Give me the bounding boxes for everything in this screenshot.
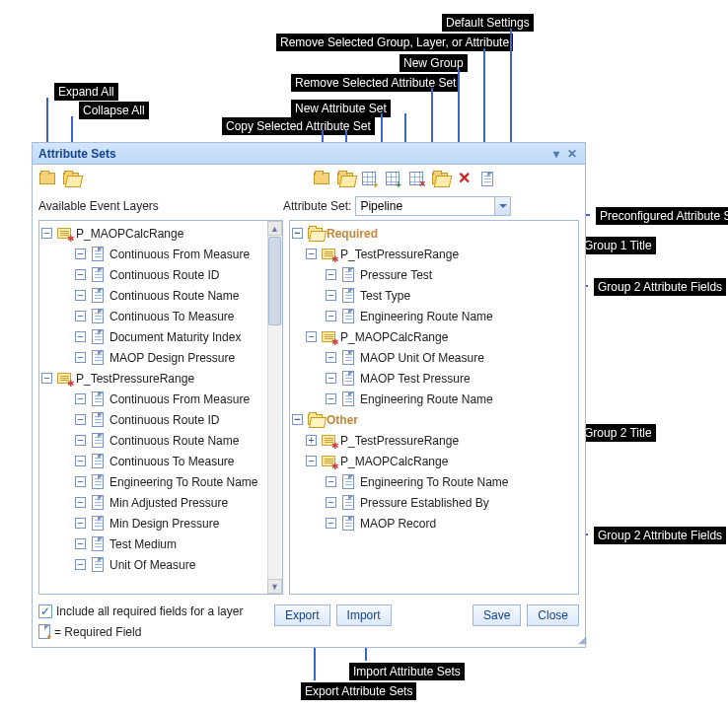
collapse-all-button[interactable] xyxy=(60,169,82,188)
scroll-down[interactable]: ▼ xyxy=(267,579,282,594)
layer-node[interactable]: −P_MAOPCalcRange xyxy=(292,451,576,471)
remove-gla-button[interactable]: ✕ xyxy=(453,169,474,188)
attribute-node[interactable]: −Continuous Route ID xyxy=(41,409,280,430)
attribute-node[interactable]: −Engineering To Route Name xyxy=(292,471,576,492)
resize-handle[interactable]: ◢ xyxy=(578,633,584,646)
attribute-node[interactable]: −Pressure Established By xyxy=(292,492,576,513)
remove-attribute-set-button[interactable] xyxy=(405,169,427,188)
toggle-icon[interactable]: − xyxy=(326,373,336,384)
attribute-node[interactable]: −Min Design Pressure xyxy=(41,513,280,533)
attribute-node[interactable]: −MAOP Test Pressure xyxy=(292,368,576,389)
collapse-right-button[interactable] xyxy=(334,169,356,188)
attribute-node[interactable]: −Continuous From Measure xyxy=(41,389,280,409)
toggle-icon[interactable]: − xyxy=(326,311,336,321)
callout-copy-selected: Copy Selected Attribute Set xyxy=(222,117,375,135)
expand-all-button[interactable] xyxy=(36,169,58,188)
toggle-icon[interactable]: − xyxy=(75,456,86,466)
group-node[interactable]: −Other xyxy=(292,409,576,430)
layer-node[interactable]: −P_MAOPCalcRange xyxy=(292,326,576,347)
attribute-node[interactable]: −Engineering Route Name xyxy=(292,389,576,409)
dropdown-icon[interactable]: ▾ xyxy=(549,147,563,161)
node-label: Continuous Route Name xyxy=(109,434,239,448)
toggle-icon[interactable]: + xyxy=(306,435,317,446)
node-label: Continuous Route ID xyxy=(109,268,219,282)
attribute-node[interactable]: −Continuous To Measure xyxy=(41,451,280,471)
attribute-node[interactable]: −Engineering To Route Name xyxy=(41,471,280,492)
toggle-icon[interactable]: − xyxy=(306,331,317,342)
group-node[interactable]: −Required xyxy=(292,223,576,244)
toggle-icon[interactable]: − xyxy=(326,476,336,487)
toggle-icon[interactable]: − xyxy=(292,414,303,425)
toggle-icon[interactable]: − xyxy=(326,290,336,301)
toggle-icon[interactable]: − xyxy=(75,476,86,487)
attribute-node[interactable]: −Continuous Route ID xyxy=(41,264,280,285)
available-layers-tree[interactable]: ▲ ▼ −P_MAOPCalcRange−Continuous From Mea… xyxy=(38,220,283,595)
toggle-icon[interactable]: − xyxy=(75,249,86,259)
export-button[interactable]: Export xyxy=(274,604,330,626)
attribute-node[interactable]: −Continuous To Measure xyxy=(41,306,280,326)
toggle-icon[interactable]: − xyxy=(75,518,86,529)
field-icon xyxy=(90,391,106,406)
attribute-node[interactable]: −Test Type xyxy=(292,285,576,306)
layer-node[interactable]: −P_MAOPCalcRange xyxy=(41,223,280,244)
save-button[interactable]: Save xyxy=(473,604,521,626)
include-required-checkbox[interactable]: ✓ xyxy=(38,604,52,618)
toggle-icon[interactable]: − xyxy=(41,373,52,384)
layer-node[interactable]: −P_TestPressureRange xyxy=(292,244,576,264)
attribute-node[interactable]: −Engineering Route Name xyxy=(292,306,576,326)
scroll-thumb[interactable] xyxy=(268,237,281,325)
layer-node[interactable]: +P_TestPressureRange xyxy=(292,430,576,451)
toggle-icon[interactable]: − xyxy=(326,497,336,508)
import-button[interactable]: Import xyxy=(336,604,392,626)
toggle-icon[interactable]: − xyxy=(75,352,86,363)
toggle-icon[interactable]: − xyxy=(306,249,317,259)
attribute-node[interactable]: −Document Maturity Index xyxy=(41,326,280,347)
expand-right-button[interactable] xyxy=(311,169,332,188)
attribute-node[interactable]: −Test Medium xyxy=(41,533,280,554)
toggle-icon[interactable]: − xyxy=(75,311,86,321)
toggle-icon[interactable]: − xyxy=(306,456,317,466)
attribute-node[interactable]: −Unit Of Measure xyxy=(41,554,280,575)
toggle-icon[interactable]: − xyxy=(75,393,86,404)
attribute-set-label: Attribute Set: xyxy=(283,199,351,213)
attribute-set-combo[interactable] xyxy=(355,196,511,216)
toggle-icon[interactable]: − xyxy=(326,393,336,404)
new-group-button[interactable] xyxy=(429,169,451,188)
scrollbar[interactable]: ▲ ▼ xyxy=(267,221,282,594)
attribute-node[interactable]: −MAOP Design Pressure xyxy=(41,347,280,368)
attribute-set-input[interactable] xyxy=(356,197,494,215)
toggle-icon[interactable]: − xyxy=(75,435,86,446)
toggle-icon[interactable]: − xyxy=(75,559,86,570)
scroll-up[interactable]: ▲ xyxy=(267,221,282,236)
attribute-node[interactable]: −Continuous Route Name xyxy=(41,430,280,451)
node-label: P_TestPressureRange xyxy=(76,372,194,386)
toggle-icon[interactable]: − xyxy=(326,518,336,529)
toggle-icon[interactable]: − xyxy=(75,414,86,425)
layer-label: P_MAOPCalcRange xyxy=(340,330,448,344)
attribute-set-tree[interactable]: −Required−P_TestPressureRange−Pressure T… xyxy=(289,220,579,595)
new-attribute-set-button[interactable] xyxy=(382,169,403,188)
toggle-icon[interactable]: − xyxy=(75,269,86,280)
chevron-down-icon[interactable] xyxy=(494,197,510,215)
toggle-icon[interactable]: − xyxy=(75,497,86,508)
toggle-icon[interactable]: − xyxy=(326,269,336,280)
toggle-icon[interactable]: − xyxy=(75,290,86,301)
attribute-node[interactable]: −Continuous From Measure xyxy=(41,244,280,264)
toggle-icon[interactable]: − xyxy=(75,538,86,549)
close-icon[interactable]: ✕ xyxy=(565,147,579,161)
attribute-node[interactable]: −Min Adjusted Pressure xyxy=(41,492,280,513)
attribute-node[interactable]: −MAOP Record xyxy=(292,513,576,533)
default-settings-button[interactable] xyxy=(476,169,498,188)
attribute-node[interactable]: −Continuous Route Name xyxy=(41,285,280,306)
attribute-node[interactable]: −Pressure Test xyxy=(292,264,576,285)
layer-node[interactable]: −P_TestPressureRange xyxy=(41,368,280,389)
field-icon xyxy=(90,536,106,551)
close-button[interactable]: Close xyxy=(527,604,579,626)
toggle-icon[interactable]: − xyxy=(75,331,86,342)
toggle-icon[interactable]: − xyxy=(326,352,336,363)
field-icon xyxy=(90,267,106,282)
copy-attribute-set-button[interactable] xyxy=(358,169,380,188)
attribute-node[interactable]: −MAOP Unit Of Measure xyxy=(292,347,576,368)
toggle-icon[interactable]: − xyxy=(41,228,52,239)
toggle-icon[interactable]: − xyxy=(292,228,303,239)
